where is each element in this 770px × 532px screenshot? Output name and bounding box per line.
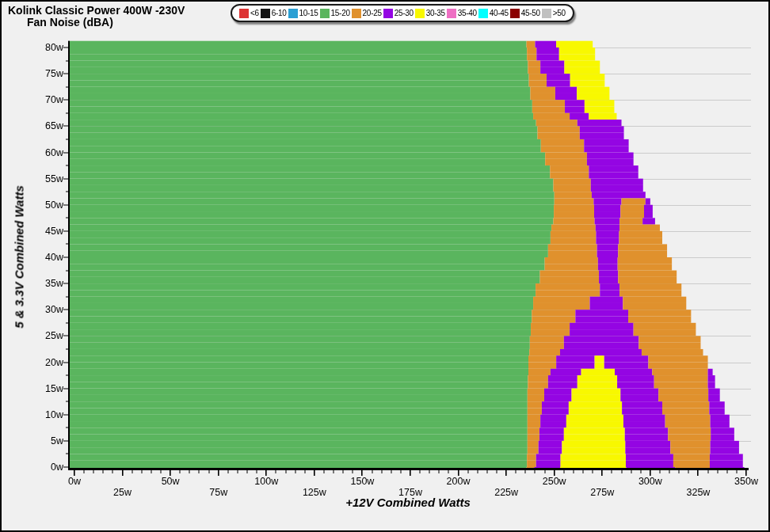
legend-item-45-50: 45-50 (510, 9, 540, 18)
y-tick-label: 75w (45, 68, 63, 79)
x-tick-label: 300w (638, 476, 662, 487)
y-tick-label: 25w (45, 330, 63, 341)
y-tick-label: 50w (45, 200, 63, 211)
x-tick-label: 125w (303, 487, 326, 498)
legend-item-20-25: 20-25 (352, 9, 382, 18)
chart-window: Kolink Classic Power 400W -230V Fan Nois… (0, 0, 770, 532)
legend-item->50: >50 (542, 9, 566, 18)
legend-swatch-icon (478, 9, 488, 18)
legend-item-25-30: 25-30 (383, 9, 414, 18)
legend-label: 30-35 (426, 9, 445, 17)
y-tick-label: 0w (51, 462, 63, 473)
x-tick-label: 325w (686, 487, 710, 498)
x-tick-label: 50w (162, 476, 180, 487)
legend-swatch-icon (239, 9, 249, 18)
legend-item-40-45: 40-45 (478, 9, 509, 18)
y-tick-label: 35w (45, 278, 63, 289)
x-tick-label: 150w (350, 476, 374, 487)
legend-label: <6 (250, 9, 259, 17)
y-tick-label: 5w (51, 435, 63, 446)
y-tick-label: 20w (45, 357, 63, 368)
legend-item-6-10: 6-10 (261, 9, 287, 18)
x-tick-label: 250w (543, 476, 566, 487)
heatmap-canvas (2, 2, 770, 532)
legend-label: >50 (553, 9, 566, 17)
y-tick-label: 40w (45, 252, 63, 263)
x-tick-label: 100w (254, 476, 278, 487)
y-tick-label: 60w (45, 147, 63, 158)
legend-swatch-icon (288, 9, 298, 18)
x-axis-title: +12V Combined Watts (345, 496, 471, 509)
legend-swatch-icon (415, 9, 425, 18)
legend-item-30-35: 30-35 (415, 9, 445, 18)
legend-label: 40-45 (490, 9, 509, 17)
y-tick-label: 10w (45, 409, 63, 420)
y-tick-label: 15w (45, 383, 63, 394)
legend-swatch-icon (383, 9, 393, 18)
legend-item-35-40: 35-40 (447, 9, 477, 18)
x-tick-label: 225w (494, 487, 518, 498)
legend-label: 6-10 (272, 9, 287, 17)
y-tick-label: 45w (45, 226, 63, 237)
x-tick-label: 0w (68, 476, 81, 487)
legend: <66-1010-1515-2020-2525-3030-3535-4040-4… (231, 4, 574, 22)
x-tick-label: 350w (734, 476, 758, 487)
chart-title-block: Kolink Classic Power 400W -230V Fan Nois… (8, 5, 185, 28)
legend-item-15-20: 15-20 (320, 9, 350, 18)
y-tick-label: 70w (45, 94, 63, 105)
y-tick-label: 30w (45, 304, 63, 315)
legend-swatch-icon (352, 9, 361, 18)
legend-swatch-icon (261, 9, 270, 18)
legend-swatch-icon (542, 9, 551, 18)
legend-label: 20-25 (363, 9, 382, 17)
chart-subtitle: Fan Noise (dBA) (8, 17, 185, 28)
y-tick-label: 55w (45, 173, 63, 184)
legend-item-10-15: 10-15 (288, 9, 318, 18)
x-tick-label: 200w (447, 476, 471, 487)
legend-swatch-icon (510, 9, 520, 18)
y-axis-title: 5 & 3.3V Combined Watts (13, 99, 26, 416)
y-tick-label: 80w (45, 42, 63, 53)
legend-label: 35-40 (458, 9, 477, 17)
legend-label: 45-50 (521, 9, 540, 17)
legend-swatch-icon (447, 9, 456, 18)
legend-label: 15-20 (331, 9, 350, 17)
legend-label: 10-15 (299, 9, 318, 17)
x-tick-label: 75w (209, 487, 227, 498)
y-tick-label: 65w (45, 120, 63, 131)
x-tick-label: 25w (113, 487, 132, 498)
legend-label: 25-30 (395, 9, 414, 17)
x-tick-label: 275w (590, 487, 614, 498)
chart-title: Kolink Classic Power 400W -230V (8, 5, 185, 17)
legend-swatch-icon (320, 9, 330, 18)
legend-item-<6: <6 (239, 9, 259, 18)
